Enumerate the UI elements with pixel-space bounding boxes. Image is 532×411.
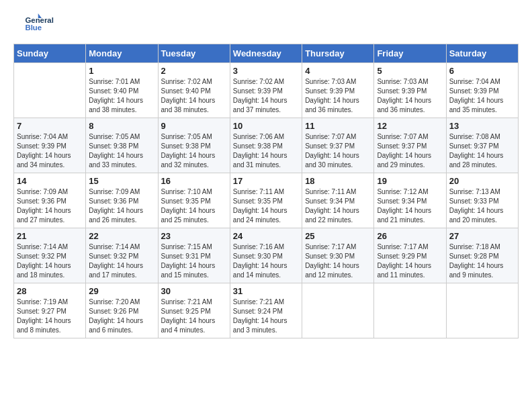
sunset-text: Sunset: 9:37 PM — [449, 142, 515, 151]
calendar-day-cell: 5 Sunrise: 7:03 AM Sunset: 9:39 PM Dayli… — [374, 63, 446, 118]
daylight-text: Daylight: 14 hours and 32 minutes. — [161, 151, 227, 170]
calendar-day-cell — [374, 283, 446, 338]
sunrise-text: Sunrise: 7:11 AM — [305, 187, 371, 197]
daylight-text: Daylight: 14 hours and 36 minutes. — [305, 96, 371, 115]
sunset-text: Sunset: 9:38 PM — [161, 142, 227, 151]
daylight-text: Daylight: 14 hours and 27 minutes. — [17, 206, 83, 225]
sunset-text: Sunset: 9:32 PM — [89, 252, 154, 261]
day-number: 22 — [89, 231, 154, 241]
sunrise-text: Sunrise: 7:07 AM — [377, 132, 443, 142]
sunset-text: Sunset: 9:24 PM — [233, 307, 299, 316]
calendar-day-cell: 7 Sunrise: 7:04 AM Sunset: 9:39 PM Dayli… — [14, 118, 86, 173]
daylight-text: Daylight: 14 hours and 17 minutes. — [89, 261, 154, 280]
calendar-day-cell: 20 Sunrise: 7:13 AM Sunset: 9:33 PM Dayl… — [446, 173, 518, 228]
day-info: Sunrise: 7:02 AM Sunset: 9:40 PM Dayligh… — [161, 77, 227, 115]
sunrise-text: Sunrise: 7:04 AM — [449, 77, 515, 87]
sunset-text: Sunset: 9:34 PM — [377, 197, 443, 206]
daylight-text: Daylight: 14 hours and 20 minutes. — [449, 206, 515, 225]
calendar-day-cell: 2 Sunrise: 7:02 AM Sunset: 9:40 PM Dayli… — [158, 63, 230, 118]
day-number: 14 — [17, 176, 83, 186]
day-number: 6 — [449, 66, 515, 76]
calendar-day-cell: 4 Sunrise: 7:03 AM Sunset: 9:39 PM Dayli… — [302, 63, 374, 118]
day-info: Sunrise: 7:09 AM Sunset: 9:36 PM Dayligh… — [17, 187, 83, 225]
day-number: 15 — [89, 176, 154, 186]
day-number: 13 — [449, 121, 515, 131]
day-info: Sunrise: 7:17 AM Sunset: 9:30 PM Dayligh… — [305, 242, 371, 280]
calendar-table: SundayMondayTuesdayWednesdayThursdayFrid… — [13, 44, 519, 338]
sunrise-text: Sunrise: 7:03 AM — [377, 77, 443, 87]
svg-text:Blue: Blue — [26, 24, 42, 32]
calendar-day-cell: 22 Sunrise: 7:14 AM Sunset: 9:32 PM Dayl… — [86, 228, 158, 283]
sunrise-text: Sunrise: 7:12 AM — [377, 187, 443, 197]
day-info: Sunrise: 7:14 AM Sunset: 9:32 PM Dayligh… — [17, 242, 83, 280]
sunrise-text: Sunrise: 7:11 AM — [233, 187, 299, 197]
sunset-text: Sunset: 9:40 PM — [89, 87, 154, 96]
calendar-day-cell: 3 Sunrise: 7:02 AM Sunset: 9:39 PM Dayli… — [230, 63, 302, 118]
calendar-day-cell: 19 Sunrise: 7:12 AM Sunset: 9:34 PM Dayl… — [374, 173, 446, 228]
calendar-week-row: 1 Sunrise: 7:01 AM Sunset: 9:40 PM Dayli… — [14, 63, 519, 118]
sunrise-text: Sunrise: 7:13 AM — [449, 187, 515, 197]
day-number: 21 — [17, 231, 83, 241]
day-of-week-header: Wednesday — [230, 44, 302, 63]
day-number: 7 — [17, 121, 83, 131]
day-number: 3 — [233, 66, 299, 76]
sunset-text: Sunset: 9:38 PM — [233, 142, 299, 151]
calendar-day-cell: 21 Sunrise: 7:14 AM Sunset: 9:32 PM Dayl… — [14, 228, 86, 283]
sunset-text: Sunset: 9:37 PM — [305, 142, 371, 151]
sunrise-text: Sunrise: 7:14 AM — [89, 242, 154, 252]
day-info: Sunrise: 7:10 AM Sunset: 9:35 PM Dayligh… — [161, 187, 227, 225]
day-number: 11 — [305, 121, 371, 131]
sunrise-text: Sunrise: 7:16 AM — [233, 242, 299, 252]
calendar-day-cell: 29 Sunrise: 7:20 AM Sunset: 9:26 PM Dayl… — [86, 283, 158, 338]
day-number: 8 — [89, 121, 154, 131]
day-number: 2 — [161, 66, 227, 76]
day-number: 24 — [233, 231, 299, 241]
day-of-week-header: Monday — [86, 44, 158, 63]
sunrise-text: Sunrise: 7:03 AM — [305, 77, 371, 87]
calendar-day-cell: 26 Sunrise: 7:17 AM Sunset: 9:29 PM Dayl… — [374, 228, 446, 283]
day-number: 10 — [233, 121, 299, 131]
calendar-day-cell: 23 Sunrise: 7:15 AM Sunset: 9:31 PM Dayl… — [158, 228, 230, 283]
sunset-text: Sunset: 9:30 PM — [233, 252, 299, 261]
daylight-text: Daylight: 14 hours and 14 minutes. — [233, 261, 299, 280]
calendar-day-cell: 8 Sunrise: 7:05 AM Sunset: 9:38 PM Dayli… — [86, 118, 158, 173]
sunset-text: Sunset: 9:30 PM — [305, 252, 371, 261]
calendar-day-cell: 1 Sunrise: 7:01 AM Sunset: 9:40 PM Dayli… — [86, 63, 158, 118]
daylight-text: Daylight: 14 hours and 21 minutes. — [377, 206, 443, 225]
sunrise-text: Sunrise: 7:14 AM — [17, 242, 83, 252]
sunrise-text: Sunrise: 7:05 AM — [161, 132, 227, 142]
sunset-text: Sunset: 9:35 PM — [161, 197, 227, 206]
day-info: Sunrise: 7:09 AM Sunset: 9:36 PM Dayligh… — [89, 187, 154, 225]
sunset-text: Sunset: 9:37 PM — [377, 142, 443, 151]
calendar-day-cell: 13 Sunrise: 7:08 AM Sunset: 9:37 PM Dayl… — [446, 118, 518, 173]
calendar-day-cell: 28 Sunrise: 7:19 AM Sunset: 9:27 PM Dayl… — [14, 283, 86, 338]
day-number: 31 — [233, 286, 299, 296]
sunrise-text: Sunrise: 7:08 AM — [449, 132, 515, 142]
daylight-text: Daylight: 14 hours and 33 minutes. — [89, 151, 154, 170]
day-info: Sunrise: 7:05 AM Sunset: 9:38 PM Dayligh… — [89, 132, 154, 170]
day-info: Sunrise: 7:04 AM Sunset: 9:39 PM Dayligh… — [449, 77, 515, 115]
daylight-text: Daylight: 14 hours and 6 minutes. — [89, 316, 154, 335]
sunrise-text: Sunrise: 7:07 AM — [305, 132, 371, 142]
calendar-day-cell: 31 Sunrise: 7:21 AM Sunset: 9:24 PM Dayl… — [230, 283, 302, 338]
day-info: Sunrise: 7:11 AM Sunset: 9:34 PM Dayligh… — [305, 187, 371, 225]
daylight-text: Daylight: 14 hours and 34 minutes. — [17, 151, 83, 170]
sunset-text: Sunset: 9:39 PM — [449, 87, 515, 96]
calendar-day-cell: 11 Sunrise: 7:07 AM Sunset: 9:37 PM Dayl… — [302, 118, 374, 173]
sunrise-text: Sunrise: 7:21 AM — [161, 298, 227, 307]
day-info: Sunrise: 7:15 AM Sunset: 9:31 PM Dayligh… — [161, 242, 227, 280]
calendar-day-cell — [446, 283, 518, 338]
day-info: Sunrise: 7:07 AM Sunset: 9:37 PM Dayligh… — [305, 132, 371, 170]
day-of-week-header: Tuesday — [158, 44, 230, 63]
day-info: Sunrise: 7:17 AM Sunset: 9:29 PM Dayligh… — [377, 242, 443, 280]
daylight-text: Daylight: 14 hours and 38 minutes. — [161, 96, 227, 115]
calendar-week-row: 7 Sunrise: 7:04 AM Sunset: 9:39 PM Dayli… — [14, 118, 519, 173]
day-info: Sunrise: 7:13 AM Sunset: 9:33 PM Dayligh… — [449, 187, 515, 225]
day-info: Sunrise: 7:20 AM Sunset: 9:26 PM Dayligh… — [89, 298, 154, 335]
daylight-text: Daylight: 14 hours and 37 minutes. — [233, 96, 299, 115]
daylight-text: Daylight: 14 hours and 35 minutes. — [449, 96, 515, 115]
day-number: 5 — [377, 66, 443, 76]
day-number: 25 — [305, 231, 371, 241]
sunrise-text: Sunrise: 7:19 AM — [17, 298, 83, 307]
day-info: Sunrise: 7:19 AM Sunset: 9:27 PM Dayligh… — [17, 298, 83, 335]
